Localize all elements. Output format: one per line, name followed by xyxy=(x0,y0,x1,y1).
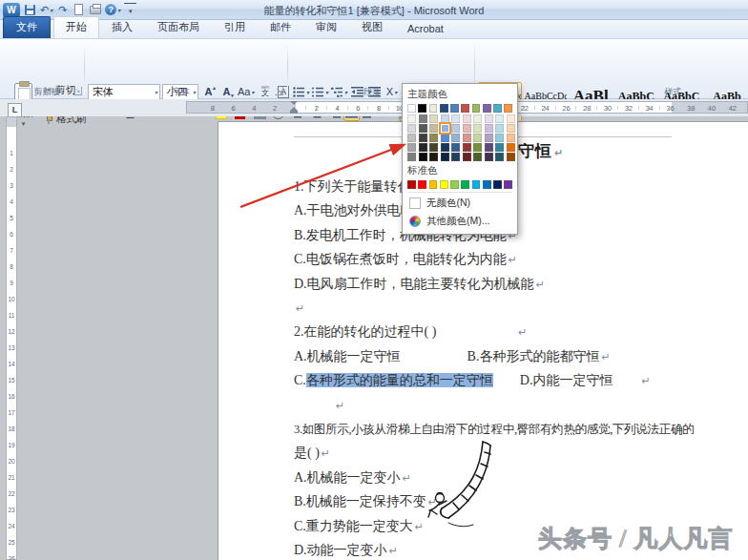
help-button[interactable]: ?▾ xyxy=(105,3,120,17)
standard-color-swatch[interactable] xyxy=(493,180,502,189)
more-colors-item[interactable]: 其他颜色(M)... xyxy=(407,212,512,230)
theme-color-swatch[interactable] xyxy=(418,104,426,113)
variant-color-swatch[interactable] xyxy=(507,114,515,123)
variant-color-swatch[interactable] xyxy=(463,114,471,123)
standard-color-swatch[interactable] xyxy=(440,180,448,189)
variant-color-swatch[interactable] xyxy=(451,114,460,123)
tab-插入[interactable]: 插入 xyxy=(99,16,145,38)
variant-color-swatch[interactable] xyxy=(407,143,416,152)
variant-color-swatch[interactable] xyxy=(407,134,416,142)
standard-color-swatch[interactable] xyxy=(472,180,481,189)
theme-color-swatch[interactable] xyxy=(407,104,416,113)
variant-color-swatch[interactable] xyxy=(451,124,460,133)
variant-color-swatch[interactable] xyxy=(419,153,427,161)
variant-color-swatch[interactable] xyxy=(429,114,438,123)
tab-邮件[interactable]: 邮件 xyxy=(258,16,303,38)
tab-页面布局[interactable]: 页面布局 xyxy=(145,16,212,38)
theme-color-swatch[interactable] xyxy=(429,104,438,113)
standard-color-swatch[interactable] xyxy=(429,180,438,189)
shrink-font-button[interactable]: A▼ xyxy=(218,83,235,100)
variant-color-swatch[interactable] xyxy=(495,143,504,152)
undo-button[interactable]: ↶▾ xyxy=(40,3,52,17)
variant-color-swatch[interactable] xyxy=(473,114,482,123)
variant-color-swatch[interactable] xyxy=(507,143,515,152)
variant-color-swatch[interactable] xyxy=(485,124,493,133)
variant-color-swatch[interactable] xyxy=(463,153,471,161)
variant-color-swatch[interactable] xyxy=(495,114,504,123)
tab-引用[interactable]: 引用 xyxy=(212,16,258,38)
standard-color-swatch[interactable] xyxy=(461,180,469,189)
variant-color-swatch[interactable] xyxy=(473,134,482,142)
tab-selector[interactable]: L xyxy=(8,103,22,117)
variant-color-swatch[interactable] xyxy=(419,143,427,152)
variant-color-swatch[interactable] xyxy=(485,134,493,142)
variant-color-swatch[interactable] xyxy=(473,153,482,161)
variant-color-swatch[interactable] xyxy=(463,124,471,133)
variant-color-swatch[interactable] xyxy=(407,153,416,161)
tab-开始[interactable]: 开始 xyxy=(53,16,99,38)
variant-color-swatch[interactable] xyxy=(495,124,504,133)
variant-color-swatch[interactable] xyxy=(419,134,427,142)
variant-color-swatch[interactable] xyxy=(429,143,438,152)
variant-color-swatch[interactable] xyxy=(495,153,504,161)
variant-color-swatch[interactable] xyxy=(473,124,482,133)
save-button[interactable] xyxy=(24,3,36,17)
variant-color-swatch[interactable] xyxy=(485,153,493,161)
variant-color-swatch[interactable] xyxy=(451,143,460,152)
tab-文件[interactable]: 文件 xyxy=(3,16,51,38)
print-button[interactable] xyxy=(89,3,101,17)
theme-color-swatch[interactable] xyxy=(483,104,491,113)
vertical-ruler[interactable]: 1234567891011121314151617181920212223242… xyxy=(6,116,17,560)
variant-color-swatch[interactable] xyxy=(485,143,493,152)
redo-button[interactable]: ↷ xyxy=(56,3,69,17)
variant-color-swatch[interactable] xyxy=(441,134,449,142)
variant-color-swatch[interactable] xyxy=(441,153,449,161)
variant-color-swatch[interactable] xyxy=(495,134,504,142)
font-family-combo[interactable]: 宋体▾ xyxy=(88,84,160,100)
no-color-item[interactable]: 无颜色(N) xyxy=(407,194,512,212)
variant-color-swatch[interactable] xyxy=(507,153,515,161)
pinyin-guide-button[interactable]: wén文 xyxy=(257,83,273,100)
variant-color-swatch[interactable] xyxy=(407,124,416,133)
variant-color-swatch[interactable] xyxy=(451,134,460,142)
variant-color-swatch[interactable] xyxy=(485,114,493,123)
tab-Acrobat[interactable]: Acrobat xyxy=(395,19,456,38)
variant-color-swatch[interactable] xyxy=(473,143,482,152)
tab-审阅[interactable]: 审阅 xyxy=(303,16,349,38)
standard-color-swatch[interactable] xyxy=(407,180,416,189)
variant-color-swatch[interactable] xyxy=(507,124,515,133)
standard-color-swatch[interactable] xyxy=(504,180,512,189)
variant-color-swatch[interactable] xyxy=(419,114,427,123)
variant-color-swatch[interactable] xyxy=(463,134,471,142)
variant-color-swatch[interactable] xyxy=(429,153,438,161)
theme-color-swatch[interactable] xyxy=(461,104,469,113)
variant-color-swatch[interactable] xyxy=(419,124,427,133)
theme-color-swatch[interactable] xyxy=(472,104,481,113)
theme-color-swatch[interactable] xyxy=(493,104,502,113)
theme-color-swatch[interactable] xyxy=(440,104,448,113)
variant-color-swatch[interactable] xyxy=(429,134,438,142)
variant-color-swatch[interactable] xyxy=(451,153,460,161)
variant-color-swatch[interactable] xyxy=(463,143,471,152)
standard-color-swatch[interactable] xyxy=(483,180,491,189)
paragraph-mark: ↵ xyxy=(296,302,304,315)
bullets-button[interactable]: ▾ xyxy=(292,83,310,100)
standard-color-swatch[interactable] xyxy=(450,180,459,189)
theme-color-swatch[interactable] xyxy=(450,104,459,113)
variant-color-swatch[interactable] xyxy=(441,114,449,123)
font-dialog-launcher[interactable]: ↘ xyxy=(275,87,283,95)
variant-color-swatch[interactable] xyxy=(407,114,416,123)
multilevel-list-button[interactable]: ▾ xyxy=(330,83,348,100)
change-case-button[interactable]: Aa▾ xyxy=(237,83,255,100)
print-preview-button[interactable] xyxy=(73,3,85,17)
theme-color-swatch[interactable] xyxy=(504,104,512,113)
variant-color-swatch[interactable] xyxy=(507,134,515,142)
tab-视图[interactable]: 视图 xyxy=(349,16,395,38)
clipboard-dialog-launcher[interactable]: ↘ xyxy=(73,87,82,95)
indent-markers[interactable] xyxy=(289,101,299,114)
variant-color-swatch[interactable] xyxy=(429,124,438,133)
selected-color-swatch[interactable] xyxy=(441,124,449,133)
standard-color-swatch[interactable] xyxy=(418,180,426,189)
numbering-button[interactable]: ▾ xyxy=(311,83,329,100)
variant-color-swatch[interactable] xyxy=(441,143,449,152)
